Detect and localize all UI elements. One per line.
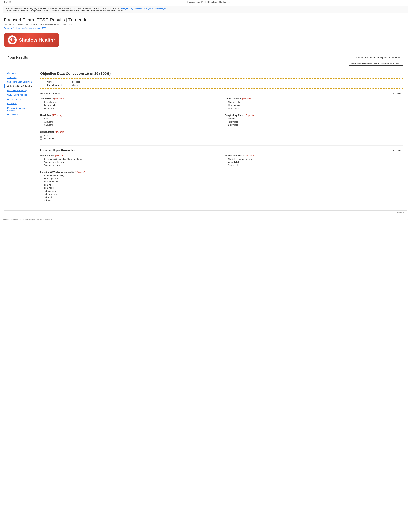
hr-normal-checkbox[interactable]: [40, 118, 42, 120]
right-hand-label: Right hand: [43, 187, 54, 189]
normotensive-label: Normotensive: [228, 101, 241, 103]
legend-missed: Missed: [68, 84, 80, 86]
tachypnea-label: Tachypnea: [228, 121, 238, 123]
sidebar-item-careplan[interactable]: Care Plan: [4, 101, 36, 106]
sidebar-item-program[interactable]: Program Competency Progress: [4, 106, 36, 113]
abuse-checkbox[interactable]: [40, 164, 42, 166]
left-lower-arm-checkbox[interactable]: [40, 193, 42, 195]
wound-visible-checkbox[interactable]: [225, 161, 227, 163]
hr-label: Heart Rate (1/5 point): [40, 114, 218, 116]
o2-normal-checkbox[interactable]: [40, 134, 42, 137]
legend-correct-checkbox: [44, 81, 46, 83]
bradypnea-checkbox[interactable]: [225, 124, 227, 126]
hyperthermic-checkbox[interactable]: [40, 104, 42, 106]
normotensive-option: Normotensive: [225, 101, 403, 103]
hypertensive-option: Hypertensive: [225, 104, 403, 106]
sidebar-item-education[interactable]: Education & Empathy: [4, 88, 36, 93]
hyperthermic-option: Hyperthermic: [40, 104, 218, 106]
tachypnea-checkbox[interactable]: [225, 121, 227, 123]
right-upper-arm-checkbox[interactable]: [40, 178, 42, 180]
reopen-button[interactable]: Reopen (/assignment_attempts/8906323/reo…: [354, 55, 403, 60]
left-upper-arm-checkbox[interactable]: [40, 190, 42, 192]
page-header: Focused Exam: PTSD Results | Turned In N…: [0, 15, 411, 29]
shadow-health-logo: Shadow Health®: [4, 33, 59, 47]
hypertensive-checkbox[interactable]: [225, 104, 227, 106]
hr-point: (1/5 point): [52, 114, 62, 116]
rr-normal-checkbox[interactable]: [225, 118, 227, 120]
page-title: Focused Exam: PTSD Results | Turned In: [4, 17, 407, 22]
bradypnea-label: Bradypnea: [228, 124, 238, 126]
notice-link[interactable]: ../site_notice_dismissals?from_flash=tru…: [120, 7, 168, 10]
sidebar-item-documentation[interactable]: Documentation: [4, 97, 36, 101]
hr-normal-option: Normal: [40, 117, 218, 120]
support-button[interactable]: Support: [397, 211, 404, 214]
logo-section: Shadow Health®: [0, 29, 411, 49]
right-wrist-label: Right wrist: [43, 184, 53, 186]
no-wounds-checkbox[interactable]: [225, 158, 227, 160]
vitals-header: Assessed Vitals 1 of 1 point: [40, 92, 403, 95]
hypoxemia-label: Hypoxemia: [43, 137, 54, 140]
right-upper-arm-label: Right upper arm: [43, 178, 58, 180]
no-selfharm-label: No visible evidence of self-harm or abus…: [43, 158, 82, 160]
no-selfharm-checkbox[interactable]: [40, 158, 42, 160]
scar-visible-checkbox[interactable]: [225, 164, 227, 166]
hypotensive-label: Hypotensive: [228, 107, 240, 109]
labpass-button[interactable]: Lab Pass (/assignment_attempts/8906323/l…: [349, 61, 403, 66]
right-wrist-checkbox[interactable]: [40, 184, 42, 186]
hypoxemia-checkbox[interactable]: [40, 137, 42, 140]
location-group: Location Of Visible Abnormality (1/3 poi…: [40, 171, 403, 202]
right-lower-arm-label: Right lower arm: [43, 180, 58, 183]
hypothermic-checkbox[interactable]: [40, 107, 42, 109]
left-wrist-checkbox[interactable]: [40, 196, 42, 198]
sidebar-item-transcript[interactable]: Transcript: [4, 75, 36, 80]
return-link[interactable]: Return to Assignment (/assignments/44150…: [4, 27, 47, 29]
notice-bar: Shadow Health will be undergoing schedul…: [3, 6, 408, 13]
section-divider: [40, 145, 403, 146]
sidebar-item-reflections[interactable]: Reflections: [4, 113, 36, 117]
right-lower-arm-checkbox[interactable]: [40, 181, 42, 183]
page-subtitle: NURS 411: Clinical Nursing Skills and He…: [4, 23, 407, 26]
legend-col-1: Correct Partially correct: [44, 81, 62, 86]
browser-bar: 1/27/2021 Focused Exam: PTSD | Completed…: [0, 0, 411, 4]
heart-rate-group: Heart Rate (1/5 point) Normal Tachycardi…: [40, 114, 218, 127]
hypotensive-checkbox[interactable]: [225, 107, 227, 109]
selfharm-label: Evidence of self-harm: [43, 161, 64, 163]
sidebar-item-qsen[interactable]: QSEN Competencies: [4, 93, 36, 97]
legend-correct: Correct: [44, 81, 62, 83]
o2-point: (1/5 point): [55, 131, 65, 133]
tachycardic-label: Tachycardic: [43, 121, 55, 123]
sidebar-item-subjective[interactable]: Subjective Data Collection: [4, 80, 36, 84]
o2-saturation-group: 02 Saturation (1/5 point) Normal Hypoxem…: [40, 131, 218, 140]
blood-pressure-group: Blood Pressure (1/5 point) Normotensive …: [225, 97, 403, 110]
tachycardic-checkbox[interactable]: [40, 121, 42, 123]
normothermic-option: Normothermic: [40, 101, 218, 103]
left-lower-arm-label: Left lower arm: [43, 193, 56, 195]
o2-normal-label: Normal: [43, 134, 50, 137]
scar-visible-option: Scar visible: [225, 164, 403, 166]
no-wounds-label: No visible wounds or scars: [228, 158, 253, 160]
selfharm-checkbox[interactable]: [40, 161, 42, 163]
left-upper-arm-label: Left upper arm: [43, 190, 57, 192]
sidebar-item-overview[interactable]: Overview: [4, 71, 36, 75]
vitals-title: Assessed Vitals: [40, 92, 60, 95]
legend-incorrect-label: Incorrect: [72, 81, 80, 83]
no-abnormality-label: No visible abnormality: [43, 174, 64, 177]
bradycardic-checkbox[interactable]: [40, 124, 42, 126]
normotensive-checkbox[interactable]: [225, 101, 227, 103]
wounds-label: Wounds Or Scars (1/3 point): [225, 154, 403, 157]
tachycardic-option: Tachycardic: [40, 121, 218, 123]
logo-text: Shadow Health®: [19, 37, 55, 43]
legend-missed-checkbox: [68, 84, 70, 86]
no-abnormality-checkbox[interactable]: [40, 175, 42, 177]
bp-label: Blood Pressure (1/5 point): [225, 97, 403, 100]
hyperthermic-label: Hyperthermic: [43, 104, 56, 106]
left-upper-arm-option: Left upper arm: [40, 190, 403, 192]
sidebar-item-objective[interactable]: Objective Data Collection: [4, 84, 36, 88]
svg-point-3: [13, 38, 14, 39]
legend-col-2: Incorrect Missed: [68, 81, 80, 86]
logo-icon: [8, 36, 17, 45]
o2-label: 02 Saturation (1/5 point): [40, 131, 218, 133]
left-hand-checkbox[interactable]: [40, 199, 42, 201]
right-hand-checkbox[interactable]: [40, 187, 42, 189]
normothermic-checkbox[interactable]: [40, 101, 42, 103]
